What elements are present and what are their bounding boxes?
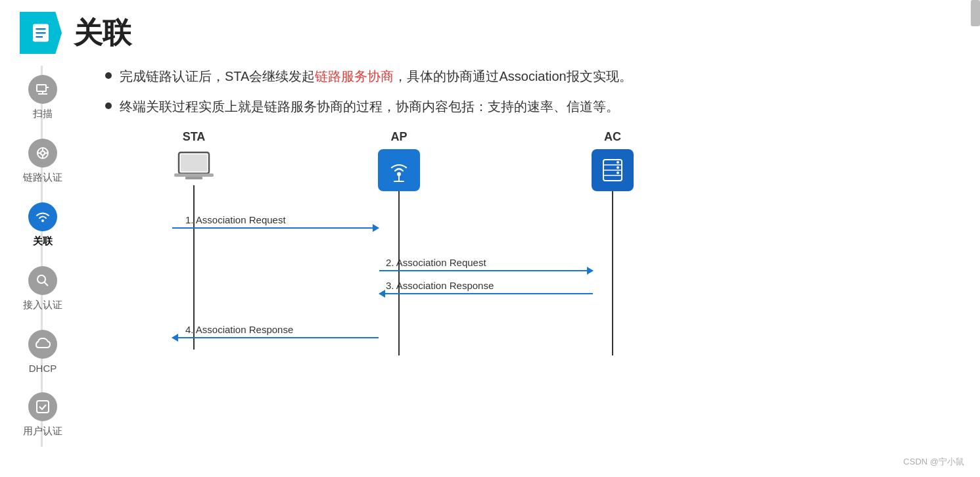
sidebar-label-access-auth: 接入认证 bbox=[23, 299, 62, 311]
arrow-3-head bbox=[379, 290, 385, 298]
arrow-2-head bbox=[587, 267, 594, 275]
sequence-diagram: STA AP bbox=[118, 130, 723, 367]
svg-rect-24 bbox=[174, 173, 214, 177]
sidebar-icon-access-auth bbox=[28, 266, 57, 295]
sta-node: STA bbox=[171, 130, 217, 350]
sidebar-item-association[interactable]: 关联 bbox=[0, 193, 85, 257]
arrow-2-line bbox=[379, 270, 593, 271]
svg-line-20 bbox=[45, 283, 49, 286]
arrow-4-container: 4. Association Response bbox=[172, 324, 379, 338]
sidebar-label-link-auth: 链路认证 bbox=[23, 171, 62, 184]
ac-icon-box bbox=[592, 149, 634, 191]
arrow-3-label: 3. Association Response bbox=[386, 280, 593, 291]
sidebar-icon-dhcp bbox=[28, 330, 57, 359]
arrow-4-label: 4. Association Response bbox=[185, 324, 379, 335]
bullet-text-1-after: ，具体的协商通过Association报文实现。 bbox=[394, 69, 632, 83]
bullet-item-1: 完成链路认证后，STA会继续发起链路服务协商，具体的协商通过Associatio… bbox=[105, 66, 967, 87]
sidebar-label-association: 关联 bbox=[33, 235, 53, 248]
arrow-2-container: 2. Association Request bbox=[379, 257, 593, 271]
bullet-list: 完成链路认证后，STA会继续发起链路服务协商，具体的协商通过Associatio… bbox=[105, 66, 967, 117]
ap-icon bbox=[385, 156, 413, 185]
highlight-link-service: 链路服务协商 bbox=[315, 69, 394, 83]
svg-point-33 bbox=[617, 166, 619, 169]
sidebar-label-scan: 扫描 bbox=[33, 108, 53, 120]
sidebar-item-dhcp[interactable]: DHCP bbox=[0, 321, 85, 383]
page-title: 关联 bbox=[74, 14, 131, 53]
ap-icon-box bbox=[378, 149, 420, 191]
bullet-text-1-before: 完成链路认证后，STA会继续发起 bbox=[120, 69, 315, 83]
ac-node: AC bbox=[592, 130, 634, 355]
arrow-1-label: 1. Association Request bbox=[185, 214, 379, 225]
ac-label: AC bbox=[604, 130, 621, 144]
svg-rect-25 bbox=[185, 177, 202, 179]
sidebar-item-access-auth[interactable]: 接入认证 bbox=[0, 257, 85, 321]
bullet-text-1: 完成链路认证后，STA会继续发起链路服务协商，具体的协商通过Associatio… bbox=[120, 66, 632, 87]
svg-point-34 bbox=[617, 171, 619, 174]
svg-rect-21 bbox=[37, 401, 49, 413]
sidebar-item-scan[interactable]: 扫描 bbox=[0, 66, 85, 129]
arrow-3-container: 3. Association Response bbox=[379, 280, 593, 294]
scrollbar-indicator[interactable] bbox=[971, 0, 980, 26]
main-content: 完成链路认证后，STA会继续发起链路服务协商，具体的协商通过Associatio… bbox=[105, 66, 967, 367]
sidebar-label-dhcp: DHCP bbox=[29, 363, 57, 374]
arrow-1-head bbox=[373, 224, 379, 232]
sidebar-label-user-auth: 用户认证 bbox=[23, 425, 62, 438]
sidebar-icon-user-auth bbox=[28, 392, 57, 421]
page-header: 关联 bbox=[0, 0, 980, 60]
arrow-2-label: 2. Association Request bbox=[386, 257, 593, 268]
document-icon bbox=[29, 21, 53, 45]
ap-vertical-line bbox=[398, 191, 400, 355]
bullet-dot-1 bbox=[105, 72, 112, 79]
svg-point-18 bbox=[41, 219, 44, 222]
sidebar-icon-link-auth bbox=[28, 139, 57, 168]
arrow-1-line bbox=[172, 227, 379, 229]
sta-label: STA bbox=[183, 130, 206, 144]
ap-node: AP bbox=[378, 130, 420, 355]
laptop-icon bbox=[171, 149, 217, 185]
sidebar-item-user-auth[interactable]: 用户认证 bbox=[0, 383, 85, 447]
svg-rect-23 bbox=[181, 154, 207, 171]
svg-rect-8 bbox=[37, 85, 46, 91]
watermark: CSDN @宁小鼠 bbox=[903, 456, 964, 468]
sidebar-icon-association bbox=[28, 202, 57, 231]
header-icon-box bbox=[20, 12, 62, 54]
bullet-dot-2 bbox=[105, 102, 112, 109]
bullet-text-2: 终端关联过程实质上就是链路服务协商的过程，协商内容包括：支持的速率、信道等。 bbox=[120, 96, 619, 117]
ac-vertical-line bbox=[612, 191, 613, 355]
svg-point-13 bbox=[41, 151, 45, 155]
arrow-3-line bbox=[379, 293, 593, 294]
arrow-4-line bbox=[172, 337, 379, 338]
bullet-item-2: 终端关联过程实质上就是链路服务协商的过程，协商内容包括：支持的速率、信道等。 bbox=[105, 96, 967, 117]
sidebar: 扫描 链路认证 关联 bbox=[0, 66, 85, 447]
svg-point-26 bbox=[397, 172, 401, 176]
sidebar-icon-scan bbox=[28, 75, 57, 104]
arrow-1-container: 1. Association Request bbox=[172, 214, 379, 229]
ap-label: AP bbox=[390, 130, 407, 144]
ac-icon bbox=[598, 156, 627, 185]
svg-point-19 bbox=[37, 275, 45, 283]
sidebar-item-link-auth[interactable]: 链路认证 bbox=[0, 129, 85, 193]
svg-point-32 bbox=[617, 161, 619, 164]
arrow-4-head bbox=[172, 334, 178, 342]
